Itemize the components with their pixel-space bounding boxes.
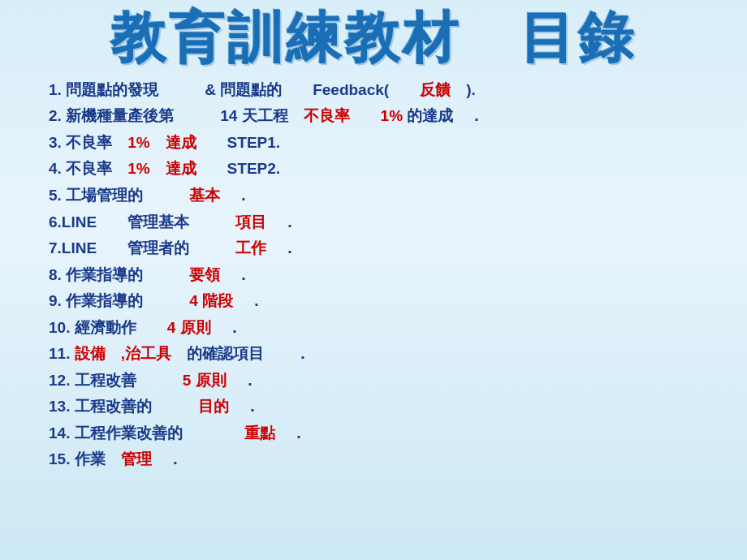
item-text2: ．: [266, 239, 297, 256]
item-red: 重點: [244, 424, 275, 442]
item-num: 9.: [49, 292, 62, 309]
item-num: 10.: [49, 319, 70, 336]
item-num: 15.: [49, 450, 70, 467]
item-text1: LINE 管理者的: [62, 239, 235, 256]
page-title: 教育訓練教材 目錄: [49, 8, 698, 69]
item-red: 設備 ,治工具: [75, 345, 171, 362]
item-num: 3.: [49, 134, 62, 151]
item-text2: ．: [220, 187, 251, 204]
item-text2: ．: [233, 292, 264, 309]
item-text2: ).: [451, 81, 476, 98]
item-text1: LINE 管理基本: [62, 213, 235, 230]
list-item: 9. 作業指導的 4 階段 ．: [49, 290, 698, 312]
item-red: 項目: [235, 213, 266, 230]
item-text2: ．: [275, 424, 306, 442]
item-num: 2.: [49, 107, 62, 124]
item-text1: 問題點的發現 & 問題點的: [62, 81, 313, 98]
item-highlight: Feedback(: [313, 81, 420, 98]
item-red: 1% 達成: [127, 134, 196, 151]
item-text1: 工程改善: [70, 372, 182, 389]
item-red: 5 原則: [183, 372, 227, 389]
item-num: 11.: [49, 345, 70, 362]
item-red: 1% 達成: [127, 160, 196, 177]
item-num: 5.: [49, 187, 62, 204]
list-item: 14. 工程作業改善的 重點 ．: [49, 422, 698, 445]
item-text1: 工程改善的: [70, 398, 197, 415]
item-text1: 工程作業改善的: [70, 424, 244, 442]
item-text2: STEP1.: [196, 134, 280, 151]
list-item: 3. 不良率 1% 達成 STEP1.: [49, 131, 698, 154]
item-text1: 不良率: [62, 160, 127, 177]
item-red: 不良率 1%: [304, 107, 403, 124]
item-text2: ．: [227, 372, 257, 389]
item-num: 8.: [49, 266, 62, 283]
list-item: 1. 問題點的發現 & 問題點的 Feedback( 反饋 ).: [49, 79, 698, 101]
item-num: 1.: [49, 81, 62, 98]
item-num: 12.: [49, 372, 70, 389]
list-item: 7.LINE 管理者的 工作 ．: [49, 237, 698, 260]
item-text2: 的確認項目 ．: [171, 345, 310, 362]
item-red: 4 階段: [189, 292, 233, 309]
list-item: 8. 作業指導的 要領 ．: [49, 264, 698, 286]
page: 教育訓練教材 目錄 1. 問題點的發現 & 問題點的 Feedback( 反饋 …: [0, 0, 747, 560]
list-item: 11. 設備 ,治工具 的確認項目 ．: [49, 342, 698, 365]
item-text2: ．: [211, 319, 242, 336]
item-num: 6.: [49, 213, 62, 230]
list-item: 13. 工程改善的 目的 ．: [49, 395, 698, 418]
list-item: 15. 作業 管理 ．: [49, 448, 698, 471]
item-text1: 不良率: [62, 134, 127, 151]
item-num: 7.: [49, 239, 62, 256]
item-red: 目的: [198, 398, 229, 415]
item-red: 工作: [235, 239, 266, 256]
item-red: 管理: [121, 450, 152, 467]
item-num: 4.: [49, 160, 62, 177]
item-red: 基本: [189, 187, 220, 204]
item-text1: 經濟動作: [70, 319, 166, 336]
item-text2: ．: [152, 450, 183, 467]
item-red: 要領: [189, 266, 220, 283]
item-text1: 作業指導的: [62, 266, 189, 283]
item-text1: 作業: [70, 450, 120, 467]
list-item: 2. 新機種量產後第 14 天工程 不良率 1% 的達成 ．: [49, 105, 698, 127]
item-num: 13.: [49, 398, 70, 415]
item-red: 4 原則: [167, 319, 211, 336]
item-red: 反饋: [420, 81, 451, 98]
item-text1: 工場管理的: [62, 187, 189, 204]
item-text2: ．: [220, 266, 251, 283]
item-text1: 作業指導的: [62, 292, 189, 309]
table-of-contents: 1. 問題點的發現 & 問題點的 Feedback( 反饋 ).2. 新機種量產…: [49, 79, 698, 471]
list-item: 6.LINE 管理基本 項目 ．: [49, 211, 698, 234]
list-item: 5. 工場管理的 基本 ．: [49, 184, 698, 207]
list-item: 10. 經濟動作 4 原則 ．: [49, 317, 698, 339]
item-text2: ．: [266, 213, 297, 230]
list-item: 4. 不良率 1% 達成 STEP2.: [49, 157, 698, 180]
item-text1: 新機種量產後第 14 天工程: [62, 107, 304, 124]
item-text2: 的達成 ．: [403, 107, 484, 124]
item-text2: STEP2.: [196, 160, 280, 177]
item-num: 14.: [49, 424, 70, 442]
list-item: 12. 工程改善 5 原則 ．: [49, 369, 698, 392]
item-text2: ．: [229, 398, 260, 415]
